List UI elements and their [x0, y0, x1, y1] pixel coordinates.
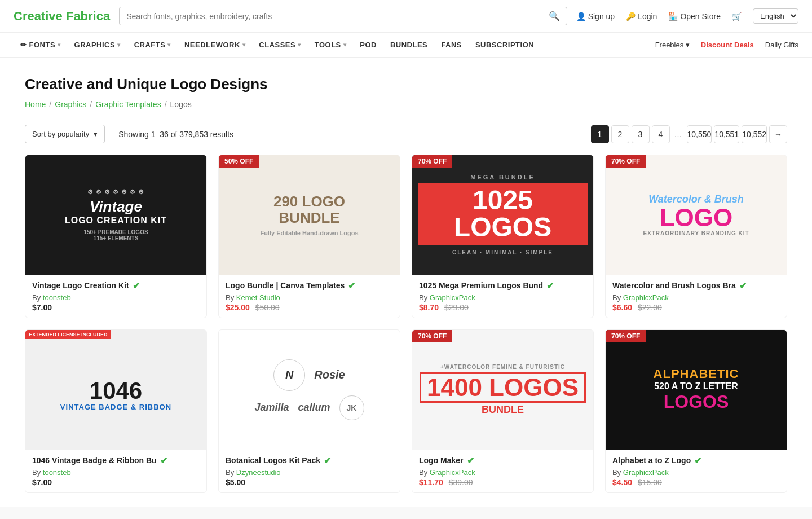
product-price: $5.00	[226, 478, 393, 487]
verified-icon: ✔	[546, 280, 554, 291]
sort-dropdown[interactable]: Sort by popularity ▾	[25, 125, 105, 143]
sort-label: Sort by popularity	[32, 130, 89, 138]
site-logo[interactable]: Creative Fabrica	[14, 9, 110, 24]
page-button-10551[interactable]: 10,551	[714, 125, 739, 143]
product-name: Alphabet a to Z Logo ✔	[612, 455, 780, 466]
page-button-2[interactable]: 2	[611, 125, 629, 143]
product-name: Botanical Logos Kit Pack ✔	[226, 455, 393, 466]
product-card-2[interactable]: 50% OFF 290 LOGOBUNDLE Fully Editable Ha…	[218, 155, 400, 318]
product-price: $4.50 $15.00	[612, 478, 780, 487]
product-author: By GraphicxPack	[419, 468, 586, 477]
author-link[interactable]: GraphicxPack	[623, 293, 669, 302]
discount-badge: 50% OFF	[219, 155, 259, 168]
nav-freebies[interactable]: Freebies ▾	[655, 41, 690, 49]
nav-item-needlework[interactable]: NEEDLEWORK ▾	[178, 33, 252, 57]
product-card-3[interactable]: 70% OFF MEGA BUNDLE 1025 LOGOS CLEAN · M…	[412, 155, 594, 318]
author-link[interactable]: toonsteb	[43, 293, 71, 302]
verified-icon: ✔	[467, 455, 474, 466]
nav-right: Freebies ▾ Discount Deals Daily Gifts	[655, 41, 798, 49]
product-author: By Dzyneestudio	[226, 468, 393, 477]
search-input[interactable]	[126, 12, 548, 21]
key-icon: 🔑	[626, 12, 636, 21]
cart-icon: 🛒	[732, 12, 742, 21]
signup-button[interactable]: 👤 Sign up	[576, 12, 615, 21]
login-button[interactable]: 🔑 Login	[626, 12, 657, 21]
nav-item-pod[interactable]: POD	[353, 33, 383, 57]
product-card-7[interactable]: 70% OFF +WATERCOLOR FEMINE & FUTURISTIC …	[412, 329, 594, 493]
cart-button[interactable]: 🛒	[732, 12, 742, 21]
chevron-down-icon: ▾	[167, 42, 171, 48]
author-link[interactable]: GraphicxPack	[430, 293, 475, 302]
discount-badge: 70% OFF	[412, 155, 452, 168]
nav-item-fans[interactable]: FANS	[434, 33, 469, 57]
page-button-10552[interactable]: 10,552	[742, 125, 767, 143]
breadcrumb-graphics[interactable]: Graphics	[55, 100, 86, 109]
page-button-10550[interactable]: 10,550	[687, 125, 712, 143]
product-price: $25.00 $50.00	[226, 303, 393, 312]
nav-item-tools[interactable]: TOOLS ▾	[308, 33, 354, 57]
author-link[interactable]: GraphicxPack	[430, 468, 475, 477]
chevron-down-icon: ▾	[117, 42, 121, 48]
breadcrumb-current: Logos	[170, 100, 192, 109]
page-title: Creative and Unique Logo Designs	[25, 76, 787, 93]
page-button-3[interactable]: 3	[632, 125, 650, 143]
verified-icon: ✔	[324, 455, 331, 466]
page-button-1[interactable]: 1	[591, 125, 609, 143]
chevron-down-icon: ▾	[343, 42, 347, 48]
chevron-down-icon: ▾	[298, 42, 301, 48]
product-name: Watercolor and Brush Logos Bra ✔	[612, 280, 780, 291]
chevron-down-icon: ▾	[58, 42, 61, 48]
product-author: By GraphicxPack	[419, 293, 586, 302]
page-button-4[interactable]: 4	[652, 125, 670, 143]
verified-icon: ✔	[348, 280, 355, 291]
nav-item-crafts[interactable]: CRAFTS ▾	[127, 33, 178, 57]
chevron-down-icon: ▾	[686, 41, 690, 49]
nav-item-bundles[interactable]: BUNDLES	[383, 33, 434, 57]
main-nav: ✏ FONTS ▾ GRAPHICS ▾ CRAFTS ▾ NEEDLEWORK…	[14, 33, 541, 57]
nav-discount-deals[interactable]: Discount Deals	[701, 41, 754, 49]
discount-badge: 70% OFF	[412, 330, 452, 342]
breadcrumb-graphic-templates[interactable]: Graphic Templates	[95, 100, 161, 109]
discount-badge: 70% OFF	[606, 155, 646, 168]
product-author: By toonsteb	[32, 468, 200, 477]
discount-badge: 70% OFF	[606, 330, 646, 342]
product-card-8[interactable]: 70% OFF ALPHABETIC 520 A TO Z LETTER LOG…	[605, 329, 787, 493]
product-price: $6.60 $22.00	[612, 303, 780, 312]
results-count: Showing 1–36 of 379,853 results	[118, 130, 233, 139]
store-icon: 🏪	[668, 12, 678, 21]
product-card-5[interactable]: EXTENDED LICENSE INCLUDED 1046 VINTAGE B…	[25, 329, 207, 493]
chevron-down-icon: ▾	[242, 42, 246, 48]
product-card-1[interactable]: ⚙ ⚙ ⚙ ⚙ ⚙ ⚙ ⚙ Vintage LOGO CREATION KIT …	[25, 155, 207, 318]
breadcrumb-home[interactable]: Home	[25, 100, 46, 109]
author-link[interactable]: toonsteb	[43, 468, 71, 477]
author-link[interactable]: Kemet Studio	[236, 293, 280, 302]
nav-item-classes[interactable]: CLASSES ▾	[252, 33, 307, 57]
verified-icon: ✔	[739, 280, 747, 291]
search-bar: 🔍	[119, 7, 567, 25]
language-select[interactable]: English	[753, 8, 798, 24]
open-store-button[interactable]: 🏪 Open Store	[668, 12, 721, 21]
verified-icon: ✔	[133, 280, 140, 291]
page-next-button[interactable]: →	[769, 125, 787, 143]
product-card-6[interactable]: N Rosie Jamilla callum JK	[218, 329, 400, 493]
product-author: By toonsteb	[32, 293, 200, 302]
nav-item-subscription[interactable]: SUBSCRIPTION	[469, 33, 541, 57]
pagination: 1 2 3 4 … 10,550 10,551 10,552 →	[591, 125, 787, 143]
product-author: By Kemet Studio	[226, 293, 393, 302]
nav-item-fonts[interactable]: ✏ FONTS ▾	[14, 33, 68, 57]
product-price: $8.70 $29.00	[419, 303, 586, 312]
product-author: By GraphicxPack	[612, 293, 780, 302]
product-card-4[interactable]: 70% OFF Watercolor & Brush LOGO EXTRAORD…	[605, 155, 787, 318]
product-price: $7.00	[32, 478, 200, 487]
product-name: 1025 Mega Premium Logos Bund ✔	[419, 280, 586, 291]
search-button[interactable]: 🔍	[549, 11, 560, 21]
author-link[interactable]: GraphicxPack	[623, 468, 669, 477]
verified-icon: ✔	[160, 455, 167, 466]
verified-icon: ✔	[694, 455, 701, 466]
product-grid: ⚙ ⚙ ⚙ ⚙ ⚙ ⚙ ⚙ Vintage LOGO CREATION KIT …	[25, 155, 787, 493]
nav-daily-gifts[interactable]: Daily Gifts	[765, 41, 798, 49]
product-author: By GraphicxPack	[612, 468, 780, 477]
nav-item-graphics[interactable]: GRAPHICS ▾	[68, 33, 127, 57]
product-name: Vintage Logo Creation Kit ✔	[32, 280, 200, 291]
author-link[interactable]: Dzyneestudio	[236, 468, 281, 477]
